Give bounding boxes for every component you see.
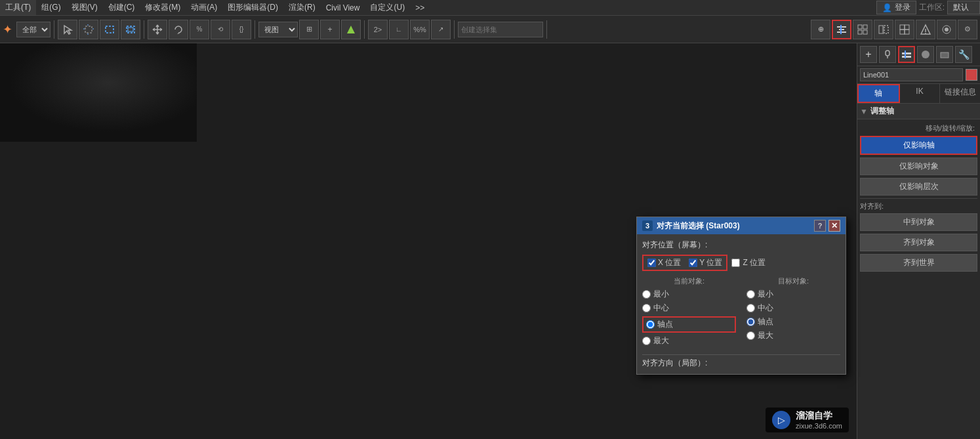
menu-tools[interactable]: 工具(T)	[0, 0, 36, 15]
current-max-radio[interactable]	[642, 337, 651, 345]
menu-animation[interactable]: 动画(A)	[186, 0, 222, 15]
target-pivot-radio[interactable]	[746, 318, 755, 326]
rotate-btn[interactable]	[169, 20, 188, 39]
target-min-option: 最小	[746, 289, 840, 300]
panel-hierarchy-btn[interactable]	[898, 46, 915, 63]
target-min-radio[interactable]	[746, 290, 755, 299]
percent-btn[interactable]: %%	[410, 20, 430, 39]
login-button[interactable]: 👤 登录	[876, 1, 916, 14]
svg-rect-68	[941, 52, 949, 58]
svg-rect-18	[900, 30, 905, 34]
layer-btn[interactable]: ⊕	[811, 20, 830, 39]
mirror-btn[interactable]	[874, 20, 893, 39]
move-btn[interactable]	[148, 20, 167, 39]
tab-axis[interactable]: 轴	[857, 84, 900, 103]
scale-btn[interactable]: %	[190, 20, 209, 39]
watermark: ▷ 溜溜自学 zixue.3d6.com	[766, 408, 849, 432]
select-tool-btn[interactable]	[58, 20, 77, 39]
menu-render[interactable]: 渲染(R)	[283, 0, 321, 15]
toolbar-sep-2	[144, 20, 144, 39]
svg-rect-0	[85, 26, 92, 33]
view-select[interactable]: 视图	[258, 22, 298, 37]
selection-set-input[interactable]	[458, 22, 543, 37]
menu-customize[interactable]: 自定义(U)	[365, 0, 410, 15]
snap-ang[interactable]: ↗	[431, 20, 451, 39]
menu-more[interactable]: >>	[410, 0, 430, 15]
z-position-checkbox[interactable]	[731, 259, 740, 267]
grid-btn[interactable]	[853, 20, 872, 39]
move-rotate-label: 移动/旋转/缩放:	[860, 123, 977, 133]
center-to-object-btn[interactable]: 中到对象	[860, 213, 977, 231]
snap4[interactable]	[916, 20, 935, 39]
affect-object-btn[interactable]: 仅影响对象	[860, 157, 977, 175]
current-min-radio[interactable]	[642, 290, 651, 299]
snap3[interactable]	[341, 20, 361, 39]
viewport-canvas: y	[0, 43, 197, 142]
panel-add-btn[interactable]: +	[860, 46, 877, 63]
target-object-header: 目标对象:	[746, 276, 840, 286]
panel-magnet-btn[interactable]	[879, 46, 896, 63]
select-all-dropdown[interactable]: 全部	[16, 22, 51, 37]
menu-group[interactable]: 组(G)	[36, 0, 66, 15]
circle-select-btn[interactable]	[121, 20, 140, 39]
more-tools-btn[interactable]: ⚙	[958, 20, 977, 39]
current-center-option: 中心	[642, 303, 736, 314]
menu-modifier[interactable]: 修改器(M)	[140, 0, 186, 15]
angle-btn[interactable]: ∟	[389, 20, 409, 39]
panel-rect-btn[interactable]	[936, 46, 953, 63]
section-title: 调整轴	[870, 106, 894, 117]
dialog-body: 对齐位置（屏幕）: X 位置 Y 位置 Z 位置 当前对象:	[637, 234, 846, 374]
svg-rect-14	[884, 26, 888, 33]
svg-marker-4	[347, 26, 355, 33]
num2-btn[interactable]: 2>	[368, 20, 388, 39]
tool5[interactable]: {}	[232, 20, 251, 39]
target-center-radio[interactable]	[746, 304, 755, 312]
section-arrow: ▼	[860, 107, 868, 116]
menu-bar: 工具(T) 组(G) 视图(V) 创建(C) 修改器(M) 动画(A) 图形编辑…	[0, 0, 980, 16]
panel-wrench-btn[interactable]: 🔧	[955, 46, 972, 63]
panel-name-row	[857, 66, 980, 84]
affect-hierarchy-btn[interactable]: 仅影响层次	[860, 178, 977, 196]
menu-civil-view[interactable]: Civil View	[321, 0, 365, 15]
dialog-title-bar: 3 对齐当前选择 (Star003) ? ✕	[637, 217, 846, 234]
toolbar-sep-6	[546, 20, 547, 39]
current-center-radio[interactable]	[642, 304, 651, 312]
dialog-help-btn[interactable]: ?	[814, 220, 826, 232]
tab-link-info[interactable]: 链接信息	[940, 84, 980, 103]
y-position-checkbox[interactable]	[689, 259, 697, 267]
snap-btn[interactable]: ⊞	[299, 20, 319, 39]
target-min-label: 最小	[758, 289, 773, 300]
panel-toolbar: + 🔧	[857, 43, 980, 66]
array-btn[interactable]	[895, 20, 914, 39]
snap2[interactable]: +	[320, 20, 340, 39]
align-to-world-btn[interactable]: 齐到世界	[860, 254, 977, 272]
svg-rect-11	[858, 30, 862, 34]
object-name-input[interactable]	[860, 68, 963, 81]
color-swatch[interactable]	[966, 69, 977, 81]
affect-axis-btn[interactable]: 仅影响轴	[860, 136, 977, 155]
user-icon: 👤	[882, 3, 892, 12]
position-label: 对齐位置（屏幕）:	[642, 240, 840, 251]
rect-select-btn[interactable]	[100, 20, 119, 39]
svg-rect-65	[902, 56, 911, 58]
align-btn[interactable]	[832, 20, 851, 39]
align-to-label: 对齐到:	[860, 201, 977, 211]
menu-create[interactable]: 创建(C)	[103, 0, 140, 15]
current-pivot-radio[interactable]	[646, 320, 655, 329]
menu-view[interactable]: 视图(V)	[66, 0, 103, 15]
workspace-selector[interactable]: 默认	[947, 1, 980, 14]
target-max-option: 最大	[746, 330, 840, 341]
align-to-object-btn[interactable]: 齐到对象	[860, 234, 977, 251]
dialog-close-btn[interactable]: ✕	[828, 220, 840, 232]
target-max-radio[interactable]	[746, 331, 755, 340]
menu-graph-editor[interactable]: 图形编辑器(D)	[222, 0, 283, 15]
x-position-checkbox[interactable]	[647, 259, 656, 267]
render-settings-btn[interactable]	[937, 20, 956, 39]
tab-ik[interactable]: IK	[900, 84, 941, 103]
z-position-label: Z 位置	[743, 257, 766, 268]
dialog-icon: 3	[642, 220, 653, 231]
select-region-btn[interactable]	[79, 20, 98, 39]
svg-rect-9	[858, 25, 862, 29]
tool4[interactable]: ⟲	[211, 20, 230, 39]
panel-circle-btn[interactable]	[917, 46, 934, 63]
